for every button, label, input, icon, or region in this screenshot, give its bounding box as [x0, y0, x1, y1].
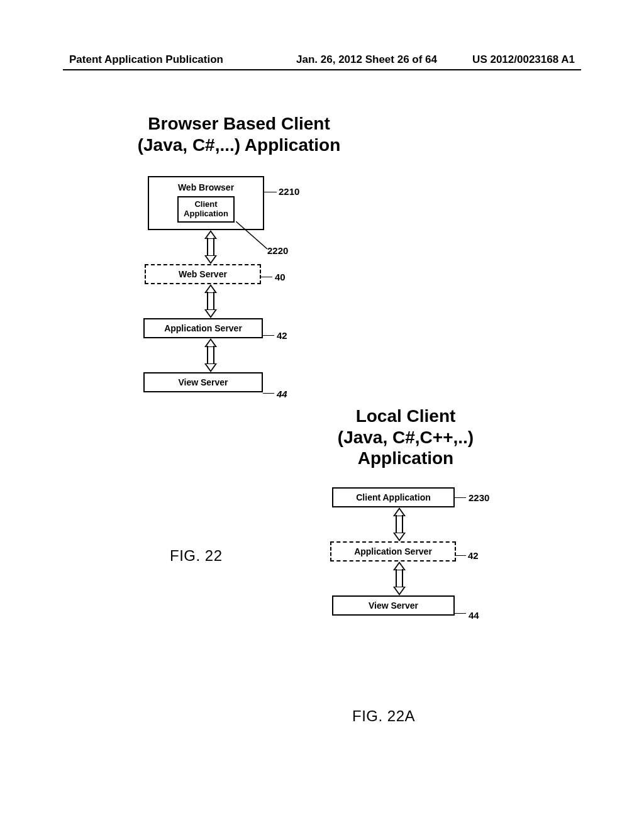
box-web-server: Web Server [145, 264, 261, 284]
arrow-browser-webserver [203, 230, 218, 264]
ref-42: 42 [277, 330, 287, 341]
box-view-server: View Server [143, 372, 263, 392]
box-client-application-local: Client Application [332, 487, 455, 507]
title-local-line-2: (Java, C#,C++,..) [305, 427, 506, 448]
diagram-fig22: Web Browser Client Application 2210 2220… [142, 176, 280, 392]
header-left: Patent Application Publication [69, 53, 223, 66]
arrow-webserver-appserver [203, 284, 218, 318]
ref-40: 40 [275, 272, 286, 282]
arrow-client-appserver-local [392, 507, 407, 541]
header-right: US 2012/0023168 A1 [472, 53, 575, 66]
header-center: Jan. 26, 2012 Sheet 26 of 64 [296, 53, 437, 66]
box-application-server-local: Application Server [330, 541, 456, 562]
label-web-browser: Web Browser [155, 182, 257, 192]
ref-2230: 2230 [469, 492, 489, 503]
arrow-appserver-viewserver-local [392, 562, 407, 595]
title-browser-client: Browser Based Client (Java, C#,...) Appl… [107, 113, 371, 155]
leader-42-b [456, 555, 466, 556]
label-view-server-local: View Server [369, 600, 418, 611]
svg-line-0 [236, 221, 267, 249]
leader-2230 [455, 497, 466, 498]
leader-40 [261, 277, 272, 277]
label-application-server-local: Application Server [354, 546, 432, 556]
caption-fig22: FIG. 22 [170, 547, 223, 565]
ref-42-b: 42 [468, 550, 479, 561]
leader-44-b [455, 613, 466, 614]
diagram-fig22a: Client Application 2230 Application Serv… [330, 487, 469, 616]
leader-2210 [264, 192, 277, 192]
label-application-server: Application Server [164, 323, 242, 333]
header-rule [63, 69, 581, 70]
leader-42 [263, 335, 274, 336]
leader-44 [263, 393, 274, 394]
title-line-2: (Java, C#,...) Application [107, 135, 371, 156]
box-client-application: Client Application [177, 196, 235, 223]
ref-44-b: 44 [469, 610, 479, 621]
title-local-line-3: Application [305, 448, 506, 469]
title-local-client: Local Client (Java, C#,C++,..) Applicati… [305, 406, 506, 469]
box-application-server: Application Server [143, 318, 263, 338]
box-view-server-local: View Server [332, 595, 455, 616]
ref-44-a: 44 [277, 389, 287, 399]
label-web-server: Web Server [179, 269, 227, 279]
title-local-line-1: Local Client [305, 406, 506, 427]
label-view-server: View Server [178, 377, 228, 387]
page-header: Patent Application Publication Jan. 26, … [69, 53, 575, 66]
arrow-appserver-viewserver [203, 338, 218, 372]
ref-2210: 2210 [279, 186, 299, 197]
label-client-application-local: Client Application [356, 492, 430, 502]
ref-2220: 2220 [267, 245, 288, 256]
caption-fig22a: FIG. 22A [352, 707, 415, 725]
title-line-1: Browser Based Client [107, 113, 371, 135]
